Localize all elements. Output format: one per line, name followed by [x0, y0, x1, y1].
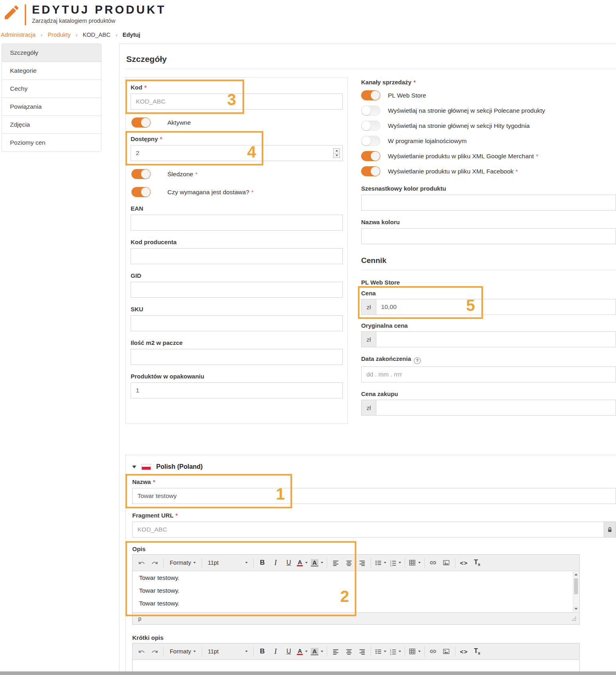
- pl-web-store-toggle-row: PL Web Store: [361, 90, 616, 100]
- sidebar-item-szczegoly[interactable]: Szczegóły: [2, 44, 101, 62]
- sidebar-item-powiazania[interactable]: Powiązania: [2, 98, 101, 116]
- align-center-button[interactable]: [342, 556, 356, 569]
- scrollbar-down-button[interactable]: [573, 606, 579, 612]
- align-left-button[interactable]: [329, 645, 342, 658]
- formats-dropdown[interactable]: Formaty: [166, 645, 200, 658]
- italic-button[interactable]: I: [269, 645, 282, 658]
- redo-button[interactable]: [148, 556, 161, 569]
- lojalnosciowy-toggle[interactable]: [361, 136, 380, 146]
- cena-label: Cena: [361, 290, 616, 297]
- numbered-list-button[interactable]: 123: [388, 556, 403, 569]
- nazwa-input[interactable]: [132, 488, 616, 504]
- sidebar-item-zdjecia[interactable]: Zdjęcia: [2, 116, 101, 134]
- insert-link-button[interactable]: [427, 556, 440, 569]
- bullet-list-button[interactable]: [373, 645, 388, 658]
- spinner-down-icon[interactable]: [336, 155, 338, 156]
- polecane-toggle[interactable]: [361, 106, 380, 115]
- bottom-scrollbar[interactable]: [0, 671, 616, 675]
- editor-scrollbar[interactable]: [573, 571, 579, 612]
- sidebar-item-kategorie[interactable]: Kategorie: [2, 62, 101, 80]
- cena-zakupu-field-group: Cena zakupu zł: [361, 390, 616, 416]
- kod-producenta-input[interactable]: [131, 248, 343, 264]
- breadcrumb-edytuj: Edytuj: [123, 32, 140, 38]
- numbered-list-icon: 123: [389, 648, 396, 655]
- table-button[interactable]: [407, 645, 422, 658]
- scrollbar-up-button[interactable]: [573, 571, 579, 577]
- sledzone-toggle[interactable]: [131, 169, 151, 179]
- produktow-label: Produktów w opakowaniu: [131, 373, 343, 380]
- fragment-url-input[interactable]: [132, 522, 604, 538]
- background-color-button[interactable]: A: [309, 556, 325, 569]
- opis-field-group: Opis Formaty 11pt B I U A A: [132, 546, 616, 625]
- text-color-button[interactable]: A: [295, 556, 309, 569]
- undo-button[interactable]: [135, 645, 148, 658]
- kolor-nazwa-input[interactable]: [361, 228, 616, 244]
- numbered-list-button[interactable]: 123: [388, 645, 403, 658]
- insert-image-button[interactable]: [440, 645, 453, 658]
- facebook-xml-toggle[interactable]: [361, 166, 380, 176]
- source-code-button[interactable]: <>: [457, 645, 471, 658]
- required-asterisk: *: [516, 168, 518, 175]
- collapse-chevron-icon[interactable]: [132, 466, 136, 468]
- ean-input[interactable]: [131, 215, 343, 231]
- dostawa-toggle[interactable]: [131, 187, 151, 197]
- cena-zakupu-input[interactable]: [376, 400, 616, 416]
- font-size-dropdown[interactable]: 11pt: [204, 645, 251, 658]
- insert-image-button[interactable]: [440, 556, 453, 569]
- number-spinner[interactable]: [333, 148, 340, 158]
- lock-button[interactable]: [604, 522, 616, 538]
- hity-toggle[interactable]: [361, 121, 380, 131]
- kod-input[interactable]: [131, 94, 343, 110]
- aktywne-toggle[interactable]: [131, 117, 151, 127]
- source-code-button[interactable]: <>: [457, 556, 471, 569]
- formats-dropdown[interactable]: Formaty: [166, 556, 200, 569]
- breadcrumb-produkty[interactable]: Produkty: [48, 32, 70, 38]
- data-zakonczenia-input[interactable]: [361, 366, 616, 382]
- italic-button[interactable]: I: [269, 556, 282, 569]
- text-color-button[interactable]: A: [295, 645, 309, 658]
- bullet-list-icon: [375, 648, 382, 655]
- clear-formatting-button[interactable]: Tx: [471, 556, 484, 569]
- oryginalna-cena-input[interactable]: [376, 331, 616, 347]
- background-color-button[interactable]: A: [309, 645, 325, 658]
- ilosc-m2-input[interactable]: [131, 349, 343, 365]
- ean-label: EAN: [131, 205, 343, 212]
- scrollbar-track[interactable]: [573, 577, 579, 606]
- align-center-button[interactable]: [342, 645, 356, 658]
- cena-input[interactable]: [376, 299, 616, 315]
- sku-input[interactable]: [131, 315, 343, 331]
- table-button[interactable]: [407, 556, 422, 569]
- pl-web-store-toggle[interactable]: [361, 90, 380, 100]
- align-right-button[interactable]: [356, 556, 369, 569]
- resize-grip-icon[interactable]: [571, 616, 577, 621]
- underline-button[interactable]: U: [282, 556, 295, 569]
- clear-formatting-button[interactable]: Tx: [471, 645, 484, 658]
- sidebar-item-poziomy-cen[interactable]: Poziomy cen: [2, 134, 101, 151]
- breadcrumb-administracja[interactable]: Administracja: [1, 32, 36, 38]
- font-size-dropdown[interactable]: 11pt: [204, 556, 251, 569]
- redo-button[interactable]: [148, 645, 161, 658]
- bullet-list-button[interactable]: [373, 556, 388, 569]
- scrollbar-thumb[interactable]: [574, 578, 578, 594]
- gid-input[interactable]: [131, 282, 343, 298]
- kod-label: Kod: [131, 84, 142, 91]
- aktywne-toggle-row: Aktywne: [131, 117, 343, 127]
- dostepny-input[interactable]: [131, 145, 343, 161]
- align-center-icon: [346, 648, 352, 655]
- google-merchant-toggle[interactable]: [361, 151, 380, 161]
- spinner-up-icon[interactable]: [336, 150, 338, 151]
- align-left-button[interactable]: [329, 556, 342, 569]
- language-panel-header[interactable]: Polish (Poland): [132, 463, 616, 470]
- undo-button[interactable]: [135, 556, 148, 569]
- bold-button[interactable]: B: [256, 556, 269, 569]
- insert-link-button[interactable]: [427, 645, 440, 658]
- underline-button[interactable]: U: [282, 645, 295, 658]
- opis-editor-content[interactable]: Towar testowy. Towar testowy. Towar test…: [133, 571, 579, 612]
- kolor-hex-input[interactable]: [361, 195, 616, 211]
- produktow-input[interactable]: [131, 382, 343, 398]
- bold-button[interactable]: B: [256, 645, 269, 658]
- kolor-nazwa-label: Nazwa koloru: [361, 219, 616, 225]
- align-right-button[interactable]: [356, 645, 369, 658]
- oryginalna-cena-field-group: Oryginalna cena zł: [361, 322, 616, 347]
- sidebar-item-cechy[interactable]: Cechy: [2, 80, 101, 98]
